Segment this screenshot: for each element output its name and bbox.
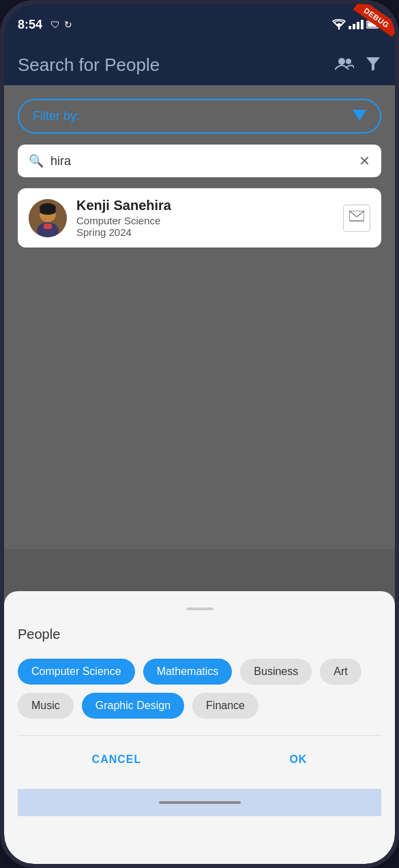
people-icon[interactable] (335, 55, 354, 76)
sort-icon[interactable] (365, 56, 381, 75)
shield-icon: 🛡 (50, 19, 60, 30)
chip-art[interactable]: Art (320, 659, 361, 685)
avatar (29, 199, 67, 237)
result-term: Spring 2024 (76, 226, 334, 238)
filter-label: Filter by: (33, 109, 80, 123)
sheet-title: People (18, 627, 381, 642)
status-icons: 🛡 ↻ (50, 19, 72, 30)
chip-finance[interactable]: Finance (192, 693, 258, 719)
result-name: Kenji Sanehira (76, 198, 334, 213)
sheet-actions: CANCEL OK (18, 735, 381, 789)
svg-marker-7 (353, 110, 366, 121)
bottom-sheet: People Computer Science Mathematics Busi… (4, 591, 395, 864)
svg-point-0 (338, 28, 340, 30)
cancel-button[interactable]: CANCEL (72, 747, 162, 773)
svg-line-15 (350, 211, 357, 217)
result-info: Kenji Sanehira Computer Science Spring 2… (76, 198, 334, 238)
search-bar: 🔍 ✕ (18, 145, 381, 177)
result-card: Kenji Sanehira Computer Science Spring 2… (18, 188, 381, 248)
refresh-icon: ↻ (64, 19, 72, 30)
app-title: Search for People (18, 55, 160, 76)
svg-rect-13 (44, 224, 52, 229)
app-bar: Search for People (4, 45, 395, 85)
svg-line-16 (357, 211, 364, 217)
bottom-nav-indicator (18, 789, 381, 816)
clear-search-button[interactable]: ✕ (359, 153, 370, 169)
filter-chips: Computer Science Mathematics Business Ar… (18, 659, 381, 719)
chip-computer-science[interactable]: Computer Science (18, 659, 135, 685)
main-content: Filter by: 🔍 ✕ (4, 85, 395, 549)
app-bar-icons (335, 55, 381, 76)
screen: 8:54 🛡 ↻ (4, 4, 395, 864)
chip-mathematics[interactable]: Mathematics (143, 659, 233, 685)
filter-triangle-icon (353, 108, 366, 124)
filter-by-button[interactable]: Filter by: (18, 99, 381, 134)
svg-point-4 (338, 58, 345, 65)
svg-marker-6 (366, 57, 380, 71)
result-major: Computer Science (76, 215, 334, 226)
message-button[interactable] (343, 205, 370, 232)
chip-music[interactable]: Music (18, 693, 74, 719)
sheet-handle (186, 608, 213, 610)
search-icon: 🔍 (29, 153, 44, 168)
svg-point-12 (40, 208, 56, 215)
chip-business[interactable]: Business (240, 659, 312, 685)
svg-point-5 (346, 59, 351, 64)
status-time: 8:54 (18, 18, 42, 32)
phone-shell: 8:54 🛡 ↻ (0, 0, 399, 868)
wifi-icon (332, 19, 346, 30)
nav-bar (159, 801, 241, 804)
signal-icon (349, 20, 364, 29)
ok-button[interactable]: OK (269, 747, 327, 773)
search-input[interactable] (50, 154, 352, 168)
status-bar: 8:54 🛡 ↻ (4, 4, 395, 45)
chip-graphic-design[interactable]: Graphic Design (82, 693, 184, 719)
